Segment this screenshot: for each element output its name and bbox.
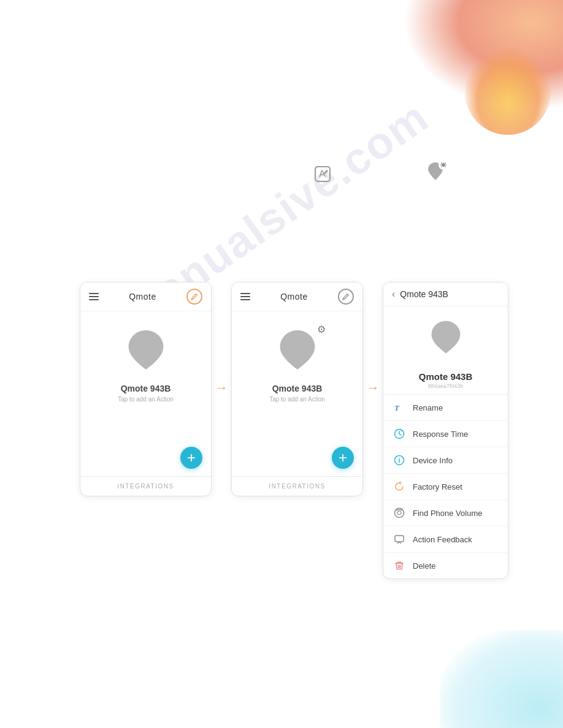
main-content: Qmote Qmote 943B Tap to add an Action + … — [80, 282, 508, 579]
device-subtitle-2: Tap to add an Action — [269, 396, 325, 403]
decorative-blob-yellow — [465, 49, 551, 135]
menu-item-factory-reset[interactable]: Factory Reset — [383, 474, 508, 500]
edit-button-1[interactable] — [186, 289, 202, 305]
menu-item-action-feedback[interactable]: Action Feedback — [383, 526, 508, 553]
edit-button-2[interactable] — [338, 289, 354, 305]
menu-item-delete[interactable]: Delete — [383, 553, 508, 578]
menu-item-find-phone-volume[interactable]: Find Phone Volume — [383, 500, 508, 526]
menu-item-response-time[interactable]: Response Time — [383, 421, 508, 447]
menu-item-device-info[interactable]: i Device Info — [383, 447, 508, 474]
factory-reset-icon — [393, 480, 405, 493]
menu-label-device-info: Device Info — [413, 456, 453, 465]
detail-body: Qmote 943B 884aea7f043b — [383, 306, 508, 395]
phone-screen-2: Qmote ⚙ Qmote 943B Tap to add an Action … — [231, 282, 363, 496]
device-name-1: Qmote 943B — [121, 384, 171, 393]
device-menu-list: T Rename Response Time — [383, 395, 508, 578]
svg-text:T: T — [394, 403, 400, 412]
svg-text:i: i — [399, 457, 400, 464]
back-icon[interactable]: ‹ — [392, 289, 395, 300]
menu-item-rename[interactable]: T Rename — [383, 395, 508, 421]
device-icon-2: ⚙ — [275, 326, 320, 377]
detail-panel: ‹ Qmote 943B Qmote 943B 884aea7f043b T R… — [383, 282, 508, 579]
phone-title-2: Qmote — [280, 292, 308, 301]
device-icon-1 — [124, 326, 168, 377]
menu-label-response-time: Response Time — [413, 430, 468, 439]
menu-label-find-phone-volume: Find Phone Volume — [413, 509, 482, 518]
phone-footer-2: INTEGRATIONS — [232, 476, 362, 496]
svg-point-8 — [397, 511, 401, 515]
menu-label-delete: Delete — [413, 561, 436, 571]
phone-title-1: Qmote — [129, 292, 156, 301]
menu-label-factory-reset: Factory Reset — [413, 482, 462, 491]
hamburger-icon-1[interactable] — [89, 293, 99, 300]
device-name-2: Qmote 943B — [272, 384, 323, 393]
add-action-button-1[interactable]: + — [180, 447, 202, 469]
find-phone-volume-icon — [393, 507, 405, 519]
decorative-blob-blue — [440, 630, 563, 728]
arrow-2: → — [363, 380, 383, 396]
delete-icon — [393, 559, 405, 572]
detail-header: ‹ Qmote 943B — [383, 282, 508, 306]
response-time-icon — [393, 428, 405, 440]
floating-edit-icon — [313, 164, 332, 184]
gear-badge-2: ⚙ — [317, 324, 326, 335]
rename-icon: T — [393, 401, 405, 414]
hamburger-icon-2[interactable] — [240, 293, 250, 300]
device-info-icon: i — [393, 454, 405, 466]
device-subtitle-1: Tap to add an Action — [118, 396, 174, 403]
detail-device-icon — [427, 317, 464, 360]
phone-header-2: Qmote — [232, 282, 362, 311]
menu-label-rename: Rename — [413, 403, 443, 412]
phone-footer-1: INTEGRATIONS — [80, 476, 211, 496]
detail-device-id: 884aea7f043b — [428, 383, 464, 389]
floating-drop-gear-icon — [423, 158, 450, 185]
detail-device-name: Qmote 943B — [419, 371, 473, 382]
add-action-button-2[interactable]: + — [332, 447, 354, 469]
phone-screen-1: Qmote Qmote 943B Tap to add an Action + … — [80, 282, 212, 496]
phone-header-1: Qmote — [80, 282, 211, 311]
menu-label-action-feedback: Action Feedback — [413, 535, 472, 544]
arrow-1: → — [212, 380, 231, 396]
svg-rect-9 — [395, 536, 404, 542]
svg-rect-0 — [315, 167, 330, 181]
action-feedback-icon — [393, 533, 405, 545]
svg-point-2 — [442, 164, 445, 167]
detail-header-title: Qmote 943B — [400, 289, 448, 299]
